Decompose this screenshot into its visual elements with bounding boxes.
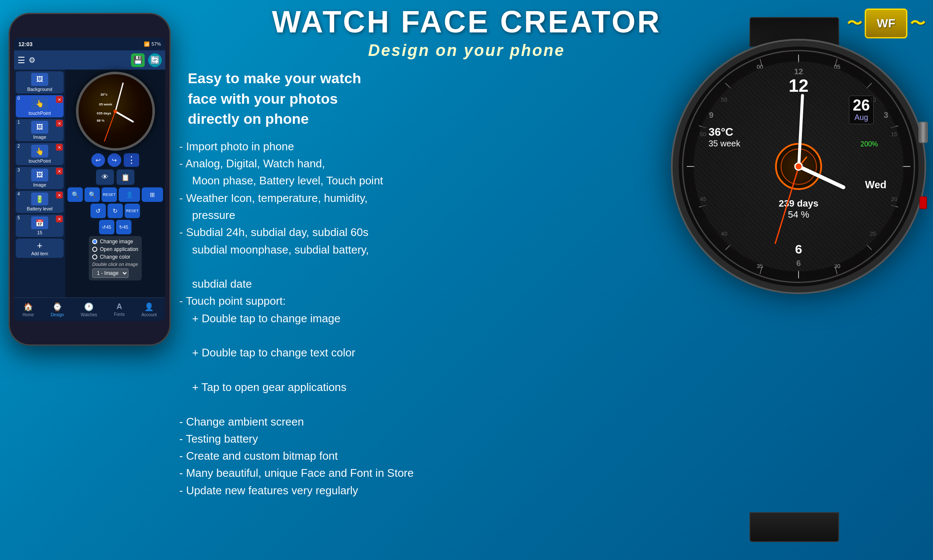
background-label: Background: [27, 87, 52, 92]
design-icon: ⌚: [52, 302, 62, 312]
person-btn[interactable]: 👤: [119, 187, 140, 202]
action-buttons: ↩ ↪ ⋮: [91, 153, 139, 167]
nav-watches[interactable]: 🕐 Watches: [81, 302, 97, 317]
sidebar-item-battery[interactable]: 4 ✕ 🔋 Battery level: [16, 191, 64, 213]
battery-status: 57%: [152, 41, 161, 47]
sidebar-item-image-3[interactable]: 3 ✕ 🖼 Image: [16, 167, 64, 189]
close-btn-5[interactable]: ✕: [56, 216, 63, 222]
crown-bottom-red: [919, 196, 927, 209]
zoom-out-btn[interactable]: 🔍: [85, 187, 100, 202]
more-btn[interactable]: ⋮: [124, 153, 139, 167]
feature-3b: pressure: [179, 207, 427, 224]
sidebar-item-background[interactable]: 🖼 Background: [16, 71, 64, 93]
background-icon: 🖼: [31, 73, 48, 86]
fonts-label: Fonts: [114, 312, 125, 317]
nav-design[interactable]: ⌚ Design: [51, 302, 64, 317]
strap-bottom: [749, 512, 839, 542]
sidebar-item-touchpoint-2[interactable]: 2 ✕ 👆 touchPoint: [16, 143, 64, 165]
tagline-line1: Easy to make your watch: [188, 70, 361, 86]
feature-5a: + Double tap to change image: [179, 310, 427, 327]
hamburger-icon[interactable]: ☰: [17, 55, 25, 65]
redo-btn[interactable]: ↪: [108, 153, 121, 167]
item-num-4: 4: [17, 192, 20, 196]
change-image-radio[interactable]: [92, 239, 97, 244]
feature-4: - Subdial 24h, subdial day, subdial 60s: [179, 226, 368, 239]
feature-5: - Touch point support:: [179, 295, 286, 307]
gear-icon[interactable]: ⚙: [29, 55, 35, 65]
sidebar: 🖼 Background 0 ✕ 👆 touchPoint 1 ✕ 🖼 Imag…: [14, 70, 65, 298]
feature-9: - Many beautiful, unique Face and Font i…: [179, 467, 414, 479]
center-dot: [114, 110, 117, 113]
options-panel: Change image Open application Change col…: [89, 236, 142, 280]
rotate-right-btn[interactable]: ↻: [108, 204, 123, 218]
save-button[interactable]: 💾: [131, 53, 145, 67]
zoom-in-btn[interactable]: 🔍: [67, 187, 83, 202]
touchpoint-label-2: touchPoint: [29, 158, 51, 163]
close-btn-0[interactable]: ✕: [56, 96, 63, 103]
nav-fonts[interactable]: A Fonts: [114, 302, 125, 317]
rotate-left-btn[interactable]: ↺: [90, 204, 106, 218]
close-btn-4[interactable]: ✕: [56, 192, 63, 198]
feature-5b: + Double tap to change text color: [179, 344, 427, 361]
watches-label: Watches: [81, 312, 97, 317]
sidebar-item-image-1[interactable]: 1 ✕ 🖼 Image: [16, 119, 64, 141]
image-select[interactable]: 1 - Image: [92, 268, 128, 278]
watch-circle: 20°c 05 week 035 days 88 %: [76, 72, 155, 151]
touchpoint-icon-0: 👆: [31, 97, 48, 110]
sidebar-add-item[interactable]: + Add item: [16, 239, 64, 258]
touchpoint-icon-2: 👆: [31, 145, 48, 158]
add-item-label: Add item: [31, 251, 48, 256]
battery-label: Battery level: [27, 206, 53, 211]
change-color-label: Change color: [100, 254, 130, 260]
hour-hand: [115, 111, 134, 122]
nav-home[interactable]: 🏠 Home: [23, 302, 34, 317]
phone-outer: 12:03 📶 57% ☰ ⚙ 💾 🔄 🖼: [9, 13, 171, 346]
minute-hand: [115, 82, 124, 111]
rotate-45-left-btn[interactable]: ↺45: [99, 220, 114, 234]
change-color-option[interactable]: Change color: [92, 254, 138, 260]
zoom-reset-btn[interactable]: RESET: [102, 187, 117, 202]
sidebar-item-date[interactable]: 5 ✕ 📅 15: [16, 215, 64, 237]
date-icon: 📅: [31, 216, 48, 229]
open-app-radio[interactable]: [92, 247, 97, 252]
app-toolbar: ☰ ⚙ 💾 🔄: [14, 50, 165, 70]
status-time: 12:03: [18, 41, 32, 47]
change-color-radio[interactable]: [92, 254, 97, 260]
large-watch-hands: [679, 47, 918, 286]
close-btn-2[interactable]: ✕: [56, 144, 63, 151]
battery-icon: 🔋: [31, 192, 48, 205]
second-hand: [104, 111, 116, 141]
feature-4b: subdial moonphase, subdial battery,: [179, 241, 427, 258]
undo-btn[interactable]: ↩: [91, 153, 105, 167]
close-btn-3[interactable]: ✕: [56, 168, 63, 175]
rotate-45-controls: ↺45 ↻45: [99, 220, 131, 234]
close-btn-1[interactable]: ✕: [56, 120, 63, 127]
sidebar-item-touchpoint-0[interactable]: 0 ✕ 👆 touchPoint: [16, 95, 64, 117]
bottom-nav: 🏠 Home ⌚ Design 🕐 Watches A Fonts 👤: [14, 298, 165, 321]
item-num-5: 5: [17, 216, 20, 220]
home-label: Home: [23, 312, 34, 317]
large-watch-outer: 12 3 6 9: [673, 41, 924, 292]
home-icon: 🏠: [23, 302, 33, 312]
copy-btn[interactable]: 📋: [117, 169, 134, 185]
open-application-option[interactable]: Open application: [92, 246, 138, 252]
change-image-option[interactable]: Change image: [92, 239, 138, 245]
rotate-45-right-btn[interactable]: ↻45: [116, 220, 131, 234]
eye-btn[interactable]: 👁: [96, 169, 114, 185]
touchpoint-label-0: touchPoint: [29, 111, 51, 116]
grid-btn[interactable]: ⊞: [142, 187, 163, 202]
lw-center-dot: [794, 162, 803, 171]
large-watch-container: 12 3 6 9: [660, 17, 933, 546]
option-hint: Double click on image: [92, 262, 138, 267]
fonts-icon: A: [117, 302, 122, 311]
feature-3: - Weather Icon, temperature, humidity,: [179, 192, 367, 204]
account-label: Account: [141, 312, 157, 317]
image-icon-1: 🖼: [31, 121, 48, 134]
item-num-1: 1: [17, 120, 20, 125]
item-num-2: 2: [17, 144, 20, 149]
image-icon-3: 🖼: [31, 169, 48, 181]
nav-account[interactable]: 👤 Account: [141, 302, 157, 317]
rotate-reset-btn[interactable]: RESET: [125, 204, 140, 218]
lw-hour-hand: [798, 165, 846, 190]
refresh-button[interactable]: 🔄: [148, 53, 162, 67]
